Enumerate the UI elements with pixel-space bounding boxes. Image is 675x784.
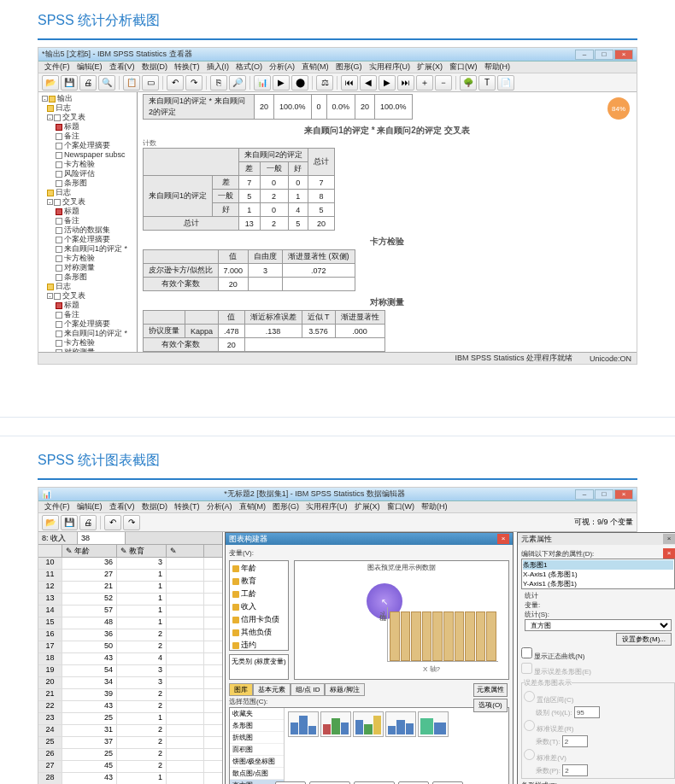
variable-list[interactable]: 年龄教育工龄收入信用卡负债其他负债违约 xyxy=(229,560,289,651)
menu-item[interactable]: 实用程序(U) xyxy=(303,501,350,512)
variable-item[interactable]: 收入 xyxy=(231,600,287,613)
chart-type-item[interactable]: 面积图 xyxy=(230,744,284,756)
chart-preview[interactable]: 图表预览使用示例数据 ↖ 均值 ? X 轴? xyxy=(294,560,509,680)
normal-curve-checkbox[interactable] xyxy=(521,647,532,658)
maximize-button[interactable]: □ xyxy=(595,489,613,500)
data-row[interactable]: 17502 xyxy=(38,641,222,653)
data-row[interactable]: 22432 xyxy=(38,701,222,713)
tree-item[interactable]: 风险评估 xyxy=(40,169,135,178)
tree-item[interactable]: -交叉表 xyxy=(40,197,135,207)
tree-item[interactable]: -输出 xyxy=(40,94,135,103)
data-row[interactable]: 10363 xyxy=(38,558,222,570)
nav-next-icon[interactable]: ▶ xyxy=(379,75,396,91)
minimize-button[interactable]: – xyxy=(575,489,594,500)
menu-item[interactable]: 文件(F) xyxy=(42,501,73,512)
property-item[interactable]: 条形图1 xyxy=(523,560,673,570)
element-list[interactable]: 条形图1X-Axis1 (条形图1)Y-Axis1 (条形图1) xyxy=(521,559,675,589)
print-icon[interactable]: 🖨 xyxy=(79,515,97,530)
open-icon[interactable]: 📂 xyxy=(42,515,59,530)
run-icon[interactable]: ▶ xyxy=(273,75,290,91)
menu-item[interactable]: 扩展(X) xyxy=(414,61,445,73)
chart-type-item[interactable]: 折线图 xyxy=(230,732,284,744)
close-button[interactable]: × xyxy=(614,489,633,500)
redo-icon[interactable]: ↷ xyxy=(185,75,202,91)
menu-item[interactable]: 图形(G) xyxy=(270,501,302,512)
tree-item[interactable]: 标题 xyxy=(40,122,135,132)
tree-item[interactable]: 个案处理摘要 xyxy=(40,235,135,244)
variable-item[interactable]: 工龄 xyxy=(231,588,287,600)
menu-item[interactable]: 分析(A) xyxy=(204,501,235,512)
tree-item[interactable]: 活动的数据集 xyxy=(40,225,135,235)
undo-icon[interactable]: ↶ xyxy=(167,75,184,91)
gallery-tabs[interactable]: 图库基本元素组/点 ID标题/脚注 xyxy=(229,683,365,696)
save-icon[interactable]: 💾 xyxy=(61,515,78,530)
menu-item[interactable]: 分析(A) xyxy=(267,61,297,73)
tree-item[interactable]: 对称测量 xyxy=(40,348,135,352)
col-header[interactable]: ✎ xyxy=(167,545,204,557)
undo-icon[interactable]: ↶ xyxy=(104,515,121,530)
gallery-tab[interactable]: 组/点 ID xyxy=(291,683,325,696)
data-row[interactable]: 26252 xyxy=(38,749,222,761)
maximize-button[interactable]: □ xyxy=(595,50,613,60)
col-header-age[interactable]: ✎ 年龄 xyxy=(62,545,117,557)
tree-item[interactable]: 日志 xyxy=(40,188,135,197)
menu-item[interactable]: 转换(T) xyxy=(172,61,202,73)
nav-last-icon[interactable]: ⏭ xyxy=(397,75,414,91)
menu-item[interactable]: 编辑(E) xyxy=(74,501,105,512)
demote-icon[interactable]: － xyxy=(435,75,452,91)
tree-item[interactable]: Newspaper subsc xyxy=(40,150,135,160)
tree-item[interactable]: 个案处理摘要 xyxy=(40,319,135,329)
set-params-button[interactable]: 设置参数(M)... xyxy=(616,633,672,646)
tree-item[interactable]: 来自顾问1的评定 * xyxy=(40,244,135,254)
tree-item[interactable]: 备注 xyxy=(40,216,135,225)
data-row[interactable]: 15481 xyxy=(38,617,222,629)
menu-item[interactable]: 查看(V) xyxy=(107,501,138,512)
chart-icon[interactable]: 📊 xyxy=(254,75,271,91)
tree-item[interactable]: 个案处理摘要 xyxy=(40,141,135,150)
gallery-thumb[interactable] xyxy=(320,711,351,737)
menu-item[interactable]: 查看(V) xyxy=(107,61,138,73)
tree-item[interactable]: -交叉表 xyxy=(40,291,135,301)
gallery-tab[interactable]: 图库 xyxy=(229,683,253,696)
tree-item[interactable]: 卡方检验 xyxy=(40,254,135,263)
gallery-tab[interactable]: 基本元素 xyxy=(253,683,291,696)
nav-prev-icon[interactable]: ◀ xyxy=(360,75,377,91)
chart-type-item[interactable]: 饼图/极坐标图 xyxy=(230,756,284,768)
tree-item[interactable]: 标题 xyxy=(40,207,135,216)
statistic-select[interactable]: 直方图 xyxy=(525,619,672,631)
remove-icon[interactable]: × xyxy=(663,548,675,559)
menu-item[interactable]: 帮助(H) xyxy=(419,501,450,512)
menu-item[interactable]: 数据(D) xyxy=(139,501,171,512)
data-row[interactable]: 23251 xyxy=(38,713,222,725)
outline-tree[interactable]: -输出日志-交叉表标题备注个案处理摘要Newspaper subsc卡方检验风险… xyxy=(38,92,138,352)
close-button[interactable]: × xyxy=(614,50,633,60)
tree-item[interactable]: 日志 xyxy=(40,282,135,291)
dialog-close-icon[interactable]: × xyxy=(663,534,675,544)
data-sheet[interactable]: 8: 收入 38 ✎ 年龄 ✎ 教育 ✎ 1036311271122111352… xyxy=(38,532,223,784)
data-row[interactable]: 12211 xyxy=(38,582,222,594)
menu-item[interactable]: 转换(T) xyxy=(172,501,202,512)
menu-item[interactable]: 窗口(W) xyxy=(447,61,480,73)
col-header-edu[interactable]: ✎ 教育 xyxy=(117,545,167,557)
tree-item[interactable]: 来自顾问1的评定 * xyxy=(40,329,135,338)
find-icon[interactable]: 🔎 xyxy=(229,75,246,91)
tree-item[interactable]: 卡方检验 xyxy=(40,160,135,169)
property-item[interactable]: X-Axis1 (条形图1) xyxy=(523,570,673,579)
tree-item[interactable]: 备注 xyxy=(40,310,135,319)
menu-item[interactable]: 文件(F) xyxy=(42,61,73,73)
tree-item[interactable]: 条形图 xyxy=(40,178,135,188)
element-props-button[interactable]: 元素属性(T) xyxy=(473,683,508,697)
tree-icon[interactable]: 🌳 xyxy=(460,75,477,91)
variable-item[interactable]: 违约 xyxy=(231,639,287,652)
chart-type-item[interactable]: 收藏夹 xyxy=(230,708,284,720)
tree-item[interactable]: 标题 xyxy=(40,301,135,310)
menu-item[interactable]: 数据(D) xyxy=(139,61,171,73)
gallery-thumb[interactable] xyxy=(418,711,449,737)
redo-icon[interactable]: ↷ xyxy=(123,515,140,530)
data-row[interactable]: 16362 xyxy=(38,629,222,641)
menu-item[interactable]: 直销(M) xyxy=(237,501,269,512)
chart-gallery[interactable]: 收藏夹条形图折线图面积图饼图/极坐标图散点图/点图直方图高低图箱图双轴图 xyxy=(229,707,509,784)
open-icon[interactable]: 📂 xyxy=(42,75,59,91)
print-icon[interactable]: 🖨 xyxy=(79,75,97,91)
menu-item[interactable]: 格式(O) xyxy=(233,61,265,73)
